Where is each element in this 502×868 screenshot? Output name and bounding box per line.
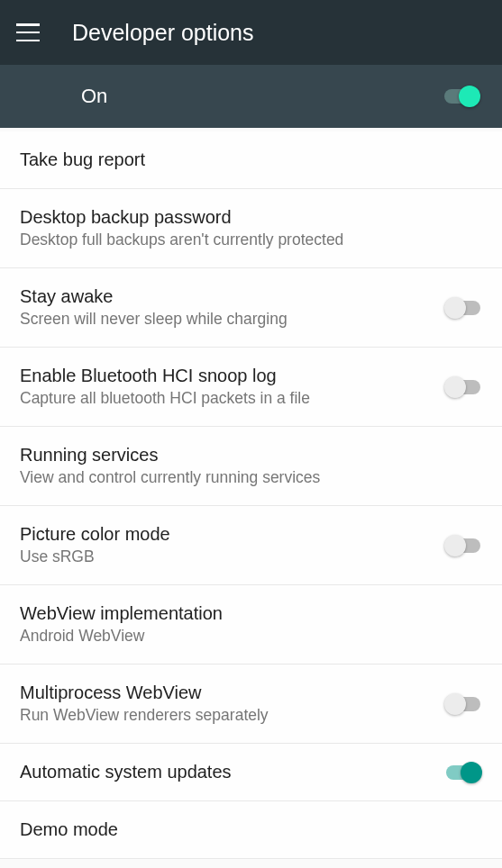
item-bluetooth-hci-snoop[interactable]: Enable Bluetooth HCI snoop log Capture a… — [0, 348, 502, 427]
master-toggle-row[interactable]: On — [0, 65, 502, 128]
master-toggle-switch[interactable] — [443, 89, 480, 104]
item-picture-color-mode[interactable]: Picture color mode Use sRGB — [0, 506, 502, 585]
item-demo-mode[interactable]: Demo mode — [0, 801, 502, 859]
master-toggle-label: On — [81, 85, 107, 108]
bluetooth-hci-switch[interactable] — [444, 380, 482, 394]
item-automatic-system-updates[interactable]: Automatic system updates — [0, 744, 502, 801]
item-title: Desktop backup password — [20, 207, 482, 228]
app-bar: Developer options — [0, 0, 502, 65]
hamburger-menu-icon[interactable] — [16, 23, 40, 41]
picture-color-switch[interactable] — [444, 538, 482, 553]
item-subtitle: Screen will never sleep while charging — [20, 310, 426, 329]
item-title: Multiprocess WebView — [20, 683, 426, 703]
item-title: Picture color mode — [20, 524, 426, 545]
item-take-bug-report[interactable]: Take bug report — [0, 131, 502, 189]
multiprocess-webview-switch[interactable] — [444, 697, 482, 711]
item-title: Demo mode — [20, 819, 482, 840]
item-title: Automatic system updates — [20, 762, 426, 782]
item-subtitle: Run WebView renderers separately — [20, 706, 426, 725]
settings-list: Take bug report Desktop backup password … — [0, 131, 502, 859]
item-subtitle: Use sRGB — [20, 547, 426, 566]
item-title: Take bug report — [20, 149, 482, 170]
stay-awake-switch[interactable] — [444, 301, 482, 315]
item-desktop-backup-password[interactable]: Desktop backup password Desktop full bac… — [0, 189, 502, 268]
item-subtitle: Desktop full backups aren't currently pr… — [20, 231, 482, 249]
item-subtitle: View and control currently running servi… — [20, 468, 482, 487]
item-multiprocess-webview[interactable]: Multiprocess WebView Run WebView rendere… — [0, 665, 502, 744]
item-title: Running services — [20, 445, 482, 466]
item-webview-implementation[interactable]: WebView implementation Android WebView — [0, 585, 502, 665]
item-title: Enable Bluetooth HCI snoop log — [20, 366, 426, 386]
item-running-services[interactable]: Running services View and control curren… — [0, 427, 502, 506]
item-subtitle: Android WebView — [20, 627, 482, 646]
auto-updates-switch[interactable] — [444, 765, 482, 780]
item-title: WebView implementation — [20, 603, 482, 624]
item-stay-awake[interactable]: Stay awake Screen will never sleep while… — [0, 268, 502, 348]
page-title: Developer options — [72, 20, 254, 46]
item-title: Stay awake — [20, 286, 426, 307]
item-subtitle: Capture all bluetooth HCI packets in a f… — [20, 389, 426, 408]
